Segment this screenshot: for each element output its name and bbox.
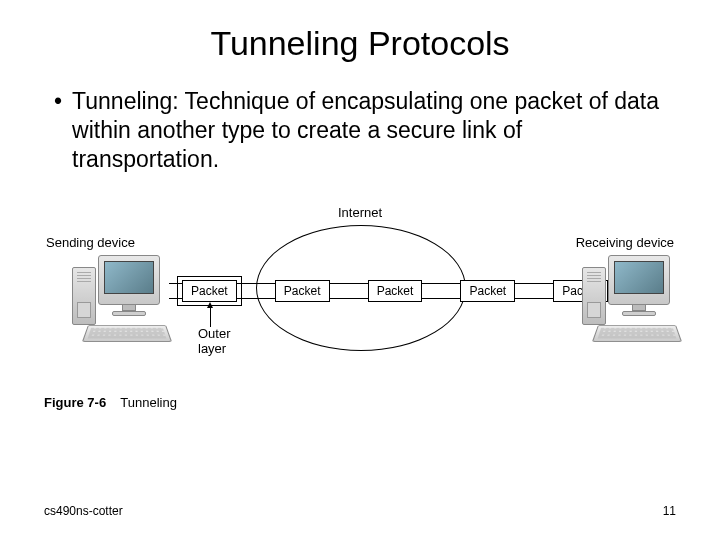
internet-label: Internet <box>338 205 382 220</box>
sending-device-label: Sending device <box>46 235 135 250</box>
outer-layer-label-line1: Outer <box>198 327 231 341</box>
monitor-base-icon <box>112 311 146 316</box>
outer-layer-label: Outer layer <box>198 327 231 356</box>
monitor-icon <box>98 255 160 305</box>
tower-icon <box>582 267 606 325</box>
bullet-text: Tunneling: Technique of encapsulating on… <box>72 87 670 173</box>
tunneling-figure: Internet Sending device Receiving device… <box>44 211 676 421</box>
packet-box: Packet <box>460 280 515 302</box>
slide: Tunneling Protocols • Tunneling: Techniq… <box>0 0 720 540</box>
packet-row: Packet Packet Packet Packet Packet <box>182 279 608 303</box>
figure-caption: Figure 7-6 Tunneling <box>44 395 177 410</box>
tower-icon <box>72 267 96 325</box>
bullet-marker: • <box>54 87 62 173</box>
page-number: 11 <box>663 504 676 518</box>
packet-box: Packet <box>182 280 237 302</box>
keyboard-icon <box>82 325 172 342</box>
sending-computer-icon <box>56 255 168 365</box>
figure-caption-text: Tunneling <box>120 395 177 410</box>
outer-layer-arrow <box>210 307 211 327</box>
packet-box: Packet <box>275 280 330 302</box>
bullet-item: • Tunneling: Technique of encapsulating … <box>44 87 676 173</box>
outer-layer-label-line2: layer <box>198 342 231 356</box>
figure-number: Figure 7-6 <box>44 395 106 410</box>
monitor-base-icon <box>622 311 656 316</box>
footer-left: cs490ns-cotter <box>44 504 123 518</box>
receiving-device-label: Receiving device <box>576 235 674 250</box>
packet-box: Packet <box>368 280 423 302</box>
receiving-computer-icon <box>566 255 678 365</box>
slide-title: Tunneling Protocols <box>44 24 676 63</box>
monitor-icon <box>608 255 670 305</box>
keyboard-icon <box>592 325 682 342</box>
slide-footer: cs490ns-cotter 11 <box>44 504 676 518</box>
